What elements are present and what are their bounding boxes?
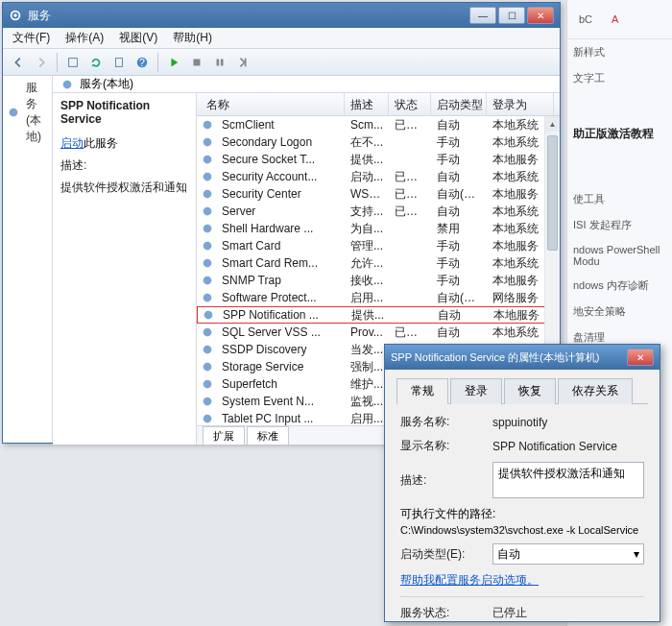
back-button[interactable] — [9, 53, 28, 72]
svg-point-28 — [204, 397, 212, 406]
cell-startup: 自动 — [431, 325, 487, 341]
col-status[interactable]: 状态 — [389, 93, 431, 115]
scroll-thumb[interactable] — [547, 135, 558, 251]
pause-service-button[interactable] — [210, 53, 229, 72]
dialog-titlebar[interactable]: SPP Notification Service 的属性(本地计算机) ✕ — [385, 345, 660, 370]
cell-name: Security Account... — [216, 170, 345, 183]
cell-startup: 手动 — [431, 152, 487, 168]
svg-point-1 — [13, 13, 17, 17]
tab-extended[interactable]: 扩展 — [203, 426, 245, 445]
service-row[interactable]: SPP Notification ...提供...自动本地服务 — [197, 306, 560, 324]
tab-general[interactable]: 常规 — [396, 378, 448, 404]
service-row[interactable]: SQL Server VSS ...Prov...已启动自动本地系统 — [197, 324, 560, 341]
col-logon[interactable]: 登录为 — [487, 93, 554, 115]
side-title: 助正版激活教程 — [567, 120, 672, 148]
help-button[interactable]: ? — [132, 53, 152, 72]
menu-file[interactable]: 文件(F) — [7, 28, 56, 48]
restart-service-button[interactable] — [233, 53, 252, 72]
service-row[interactable]: ScmClientScm...已启动自动本地系统 — [197, 116, 560, 133]
tab-logon[interactable]: 登录 — [450, 378, 502, 404]
help-link[interactable]: 帮助我配置服务启动选项。 — [400, 572, 644, 589]
titlebar[interactable]: 服务 — ☐ ✕ — [3, 3, 560, 28]
service-row[interactable]: Software Protect...启用...自动(延迟...网络服务 — [197, 289, 560, 306]
col-startup[interactable]: 启动类型 — [431, 93, 487, 115]
svg-point-18 — [204, 225, 212, 233]
side-label: 使工具 — [567, 186, 672, 212]
tab-standard[interactable]: 标准 — [247, 426, 289, 445]
service-row[interactable]: Secondary Logon在不...手动本地系统 — [197, 133, 560, 151]
cell-name: Shell Hardware ... — [216, 222, 345, 235]
service-row[interactable]: Server支持...已启动自动本地系统 — [197, 203, 560, 220]
properties-button[interactable] — [63, 53, 83, 72]
cell-status: 已启动 — [389, 117, 431, 133]
svg-point-22 — [204, 294, 212, 302]
stop-service-button[interactable] — [187, 53, 206, 72]
svg-text:?: ? — [139, 56, 145, 67]
maximize-button[interactable]: ☐ — [498, 7, 525, 24]
service-row[interactable]: Smart Card管理...手动本地服务 — [197, 237, 560, 254]
forward-button[interactable] — [32, 53, 51, 72]
menubar: 文件(F) 操作(A) 视图(V) 帮助(H) — [3, 28, 560, 49]
side-list-item: 地安全策略 — [567, 299, 672, 325]
svg-point-14 — [204, 156, 212, 164]
service-row[interactable]: Shell Hardware ...为自...禁用本地系统 — [197, 220, 560, 237]
cell-desc: 在不... — [345, 134, 389, 151]
svg-point-21 — [204, 277, 212, 285]
cell-startup: 自动 — [432, 307, 488, 324]
cell-name: SSDP Discovery — [216, 343, 345, 356]
detail-title: SPP Notification Service — [60, 99, 188, 126]
svg-point-11 — [63, 80, 72, 88]
cell-startup: 自动 — [431, 204, 487, 220]
start-service-link[interactable]: 启动此服务 — [60, 135, 188, 152]
cell-startup: 手动 — [431, 255, 487, 272]
description-box[interactable]: 提供软件授权激活和通知 — [492, 462, 644, 498]
menu-action[interactable]: 操作(A) — [60, 28, 109, 48]
startup-type-value: 自动 — [497, 546, 520, 563]
pane-title: 服务(本地) — [80, 76, 133, 92]
cell-desc: 维护... — [345, 376, 389, 393]
tab-recovery[interactable]: 恢复 — [504, 378, 556, 404]
dialog-close-button[interactable]: ✕ — [627, 349, 654, 366]
cell-desc: 启动... — [345, 169, 389, 185]
scroll-up-button[interactable]: ▲ — [545, 116, 560, 132]
col-name[interactable]: 名称 — [201, 93, 345, 115]
startup-type-select[interactable]: 自动▾ — [492, 543, 644, 565]
svg-point-29 — [204, 415, 212, 423]
service-row[interactable]: SNMP Trap接收...手动本地服务 — [197, 272, 560, 289]
tree-pane: 服务(本地) — [3, 76, 53, 443]
tree-node-services[interactable]: 服务(本地) — [7, 80, 48, 145]
service-name-value: sppuinotify — [492, 416, 644, 429]
description-label: 描述: — [400, 472, 492, 489]
service-row[interactable]: Smart Card Rem...允许...手动本地系统 — [197, 254, 560, 272]
cell-desc: 管理... — [345, 238, 389, 254]
cell-startup: 手动 — [431, 134, 487, 151]
export-button[interactable] — [109, 53, 129, 72]
tab-dependencies[interactable]: 依存关系 — [558, 378, 633, 404]
cell-name: Smart Card — [216, 239, 345, 253]
close-button[interactable]: ✕ — [527, 7, 554, 24]
gear-icon — [201, 170, 214, 183]
svg-rect-2 — [69, 58, 78, 66]
gear-icon — [201, 222, 214, 235]
cell-name: SQL Server VSS ... — [216, 325, 345, 339]
svg-point-12 — [204, 121, 212, 130]
refresh-button[interactable] — [86, 53, 106, 72]
menu-view[interactable]: 视图(V) — [113, 28, 163, 48]
cell-status: 已启动 — [389, 204, 431, 220]
cell-desc: WSC... — [345, 187, 389, 201]
service-row[interactable]: Security Account...启动...已启动自动本地系统 — [197, 168, 560, 185]
cell-startup: 手动 — [431, 273, 487, 289]
svg-rect-7 — [217, 59, 220, 65]
start-service-button[interactable] — [164, 53, 183, 72]
col-desc[interactable]: 描述 — [345, 93, 389, 115]
service-row[interactable]: Security CenterWSC...已启动自动(延迟...本地服务 — [197, 185, 560, 203]
menu-help[interactable]: 帮助(H) — [167, 28, 218, 48]
minimize-button[interactable]: — — [469, 7, 496, 24]
gear-icon — [201, 135, 214, 149]
gear-icon — [9, 9, 22, 22]
cell-name: SNMP Trap — [216, 274, 345, 287]
status-label: 服务状态: — [400, 605, 492, 621]
svg-rect-8 — [221, 59, 224, 65]
service-name-label: 服务名称: — [400, 414, 492, 430]
service-row[interactable]: Secure Socket T...提供...手动本地服务 — [197, 151, 560, 168]
